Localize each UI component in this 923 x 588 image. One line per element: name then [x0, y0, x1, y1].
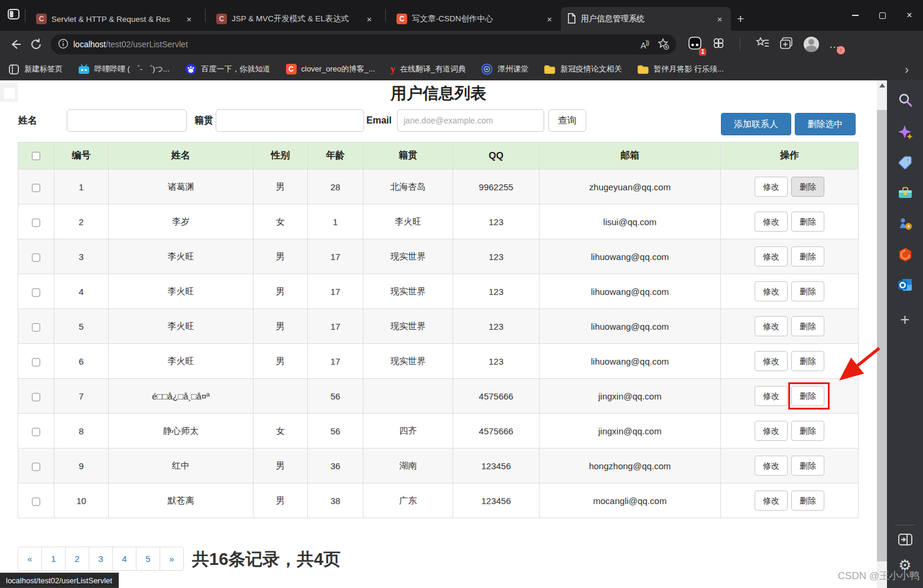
cell-age: 17 — [308, 309, 363, 344]
shopping-tag-icon[interactable] — [887, 155, 923, 170]
outlook-icon[interactable] — [887, 278, 923, 292]
delete-button[interactable]: 删除 — [791, 212, 824, 232]
window-close-button[interactable]: × — [896, 0, 923, 31]
scroll-up-icon[interactable] — [879, 83, 885, 87]
tampermonkey-extension-icon[interactable]: 1 — [688, 36, 702, 53]
add-contact-button[interactable]: 添加联系人 — [721, 113, 791, 135]
name-input[interactable] — [67, 109, 187, 132]
page-3[interactable]: 3 — [89, 547, 113, 571]
address-bar[interactable]: localhost/test02/userListServlet A)) — [51, 34, 676, 54]
modify-button[interactable]: 修改 — [755, 177, 788, 197]
table-row: 6 李火旺 男 17 现实世界 123 lihuowang@qq.com 修改删… — [18, 344, 859, 379]
page-prev[interactable]: « — [18, 547, 42, 571]
modify-button[interactable]: 修改 — [755, 456, 788, 476]
delete-button[interactable]: 删除 — [791, 177, 824, 197]
row-checkbox[interactable] — [32, 428, 40, 436]
page-4[interactable]: 4 — [112, 547, 136, 571]
row-checkbox[interactable] — [32, 498, 40, 506]
open-in-sidebar-icon[interactable] — [887, 533, 923, 546]
minimize-button[interactable] — [841, 0, 869, 31]
row-checkbox[interactable] — [32, 288, 40, 297]
delete-button[interactable]: 删除 — [791, 490, 824, 511]
query-button[interactable]: 查询 — [548, 109, 586, 132]
sidebar-add-icon[interactable]: + — [887, 311, 923, 329]
modify-button[interactable]: 修改 — [755, 490, 788, 511]
profile-avatar[interactable] — [804, 37, 819, 52]
delete-button[interactable]: 删除 — [791, 421, 824, 441]
favorites-icon[interactable] — [755, 37, 769, 52]
delete-button[interactable]: 删除 — [791, 456, 824, 476]
page-1[interactable]: 1 — [41, 547, 66, 571]
row-checkbox[interactable] — [32, 254, 40, 262]
page-scrollbar[interactable] — [877, 80, 887, 588]
origin-input[interactable] — [216, 109, 364, 132]
close-icon[interactable]: × — [184, 14, 194, 24]
bookmark-baidu[interactable]: 百度一下，你就知道 — [185, 63, 271, 75]
clover-extension-icon[interactable] — [712, 37, 725, 52]
workspaces-icon[interactable] — [7, 8, 20, 23]
delete-selected-button[interactable]: 删除选中 — [795, 113, 856, 135]
bookmark-tanzhou[interactable]: 潭州课堂 — [481, 63, 528, 75]
tab-user-management-active[interactable]: 用户信息管理系统 × — [561, 7, 731, 31]
maximize-button[interactable] — [869, 0, 896, 31]
modify-button[interactable]: 修改 — [755, 386, 788, 406]
collections-icon[interactable] — [779, 37, 794, 52]
search-icon[interactable] — [887, 92, 923, 108]
row-checkbox[interactable] — [32, 219, 40, 227]
modify-button[interactable]: 修改 — [755, 351, 788, 371]
toolbox-icon[interactable] — [887, 186, 923, 200]
tab-jsp-mvc[interactable]: C JSP & MVC开发模式 & EL表达式 × — [210, 7, 381, 31]
csdn-watermark: CSDN @王小小鸭 — [838, 569, 919, 583]
site-info-icon[interactable] — [58, 38, 69, 51]
copilot-icon[interactable] — [887, 124, 923, 141]
delete-button[interactable]: 删除 — [791, 316, 824, 336]
modify-button[interactable]: 修改 — [755, 316, 788, 336]
microsoft-365-icon[interactable] — [887, 247, 923, 262]
modify-button[interactable]: 修改 — [755, 246, 788, 267]
close-icon[interactable]: × — [544, 14, 555, 24]
email-input[interactable] — [397, 109, 544, 132]
table-row: 5 李火旺 男 17 现实世界 123 lihuowang@qq.com 修改删… — [18, 309, 859, 344]
modify-button[interactable]: 修改 — [755, 281, 788, 301]
tab-servlet-http[interactable]: C Servlet & HTTP & Request & Res × — [30, 7, 200, 31]
bookmark-new-tab[interactable]: 新建标签页 — [8, 64, 63, 75]
cell-gender — [254, 379, 308, 414]
page-next[interactable]: » — [160, 547, 184, 571]
select-all-checkbox[interactable] — [32, 152, 40, 160]
row-checkbox[interactable] — [32, 184, 40, 192]
row-checkbox[interactable] — [32, 358, 40, 366]
window-controls: × — [841, 0, 923, 31]
new-tab-button[interactable]: + — [737, 12, 744, 26]
row-checkbox[interactable] — [32, 463, 40, 471]
bookmark-folder-moon[interactable]: 暂伴月将影 行乐须... — [637, 64, 723, 74]
delete-button[interactable]: 删除 — [791, 351, 824, 371]
bookmark-youdao[interactable]: y 在线翻译_有道词典 — [391, 63, 466, 75]
modify-button[interactable]: 修改 — [755, 421, 788, 441]
read-aloud-icon[interactable]: A)) — [641, 38, 649, 50]
close-icon[interactable]: × — [714, 14, 725, 24]
games-icon[interactable] — [887, 216, 923, 232]
close-icon[interactable]: × — [364, 14, 375, 24]
delete-button[interactable]: 删除 — [791, 246, 824, 267]
tab-divider — [205, 9, 206, 22]
bookmark-folder-covid[interactable]: 新冠疫情论文相关 — [544, 64, 622, 74]
refresh-icon[interactable] — [26, 34, 46, 54]
row-checkbox[interactable] — [32, 323, 40, 332]
bookmark-bilibili[interactable]: 哔哩哔哩 ( ゜- ゜)つ... — [78, 64, 170, 75]
cell-origin: 广东 — [363, 483, 453, 518]
page-2[interactable]: 2 — [65, 547, 89, 571]
scrollbar-thumb[interactable] — [877, 110, 887, 561]
document-icon — [567, 13, 576, 25]
back-icon[interactable] — [6, 34, 26, 54]
settings-more-icon[interactable]: … ↑ — [829, 38, 840, 51]
row-checkbox[interactable] — [32, 393, 40, 401]
page-5[interactable]: 5 — [136, 547, 160, 571]
bookmark-csdn-blog[interactable]: C clover_oreo的博客_... — [286, 64, 375, 74]
tab-csdn-write[interactable]: C 写文章-CSDN创作中心 × — [391, 7, 561, 31]
modify-button[interactable]: 修改 — [755, 212, 788, 232]
cell-actions: 修改删除 — [721, 239, 859, 274]
bookmarks-overflow-icon[interactable]: › — [905, 63, 909, 76]
cell-email: lihuowang@qq.com — [540, 309, 721, 344]
add-favorite-icon[interactable] — [657, 38, 669, 51]
delete-button[interactable]: 删除 — [791, 281, 824, 301]
